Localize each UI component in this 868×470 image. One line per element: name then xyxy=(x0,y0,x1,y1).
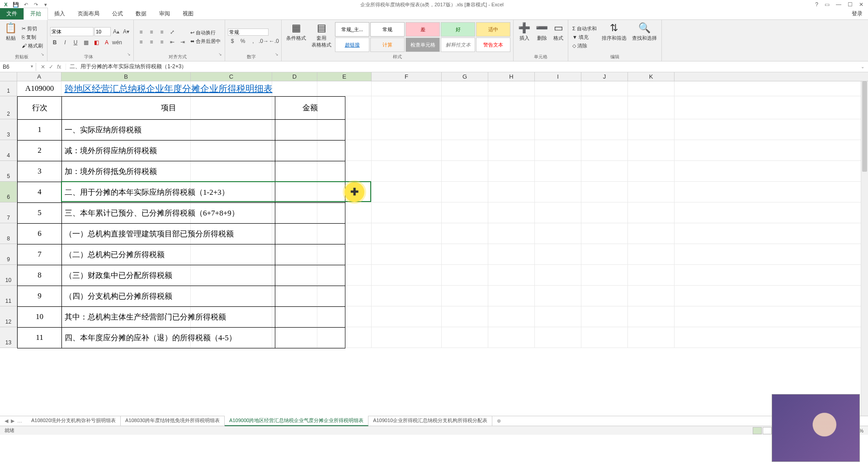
insert-cells-button[interactable]: ➕插入 xyxy=(516,21,532,53)
phonetic-icon[interactable]: wén xyxy=(113,38,122,47)
col-header-A[interactable]: A xyxy=(17,72,61,81)
style-好[interactable]: 好 xyxy=(441,22,475,37)
font-name-select[interactable] xyxy=(50,27,94,36)
format-as-table-button[interactable]: ▤套用 表格格式 xyxy=(310,21,333,53)
help-icon[interactable]: ? xyxy=(815,1,818,8)
delete-cells-button[interactable]: ➖删除 xyxy=(534,21,550,53)
cancel-formula-icon[interactable]: ✕ xyxy=(41,64,45,70)
increase-decimal-icon[interactable]: .0→ xyxy=(259,37,268,46)
col-header-J[interactable]: J xyxy=(581,72,628,81)
underline-icon[interactable]: U xyxy=(71,38,80,47)
sheet-tab[interactable]: A108020境外分支机构弥补亏损明细表 xyxy=(27,416,121,426)
comma-icon[interactable]: , xyxy=(249,37,258,46)
row-header-8[interactable]: 8 xyxy=(0,223,17,244)
fill-button[interactable]: ▼填充 xyxy=(571,33,598,41)
new-sheet-button[interactable]: ⊕ xyxy=(492,418,505,424)
find-select-button[interactable]: 🔍查找和选择 xyxy=(630,21,659,53)
normal-view-button[interactable] xyxy=(753,427,762,434)
row-header-5[interactable]: 5 xyxy=(0,161,17,182)
tab-insert[interactable]: 插入 xyxy=(48,8,71,19)
login-button[interactable]: 登录 xyxy=(846,8,868,19)
row-amount[interactable] xyxy=(275,119,345,140)
paste-button[interactable]: 📋 粘贴 xyxy=(3,21,19,53)
sheet-nav-next-icon[interactable]: ▶ xyxy=(11,418,14,424)
maximize-icon[interactable]: ☐ xyxy=(848,1,853,8)
fill-color-icon[interactable]: ◧ xyxy=(92,38,101,47)
style-检查单元格[interactable]: 检查单元格 xyxy=(406,38,440,52)
style-计算[interactable]: 计算 xyxy=(370,38,405,52)
col-header-D[interactable]: D xyxy=(272,72,317,81)
col-header-I[interactable]: I xyxy=(535,72,581,81)
row-item[interactable]: （三）财政集中已分配所得税额 xyxy=(62,265,275,286)
tab-data[interactable]: 数据 xyxy=(129,8,153,19)
sort-filter-button[interactable]: ⇅排序和筛选 xyxy=(600,21,628,53)
font-launcher-icon[interactable]: ↘ xyxy=(127,52,131,56)
col-header-H[interactable]: H xyxy=(488,72,535,81)
style-解释性文本[interactable]: 解释性文本 xyxy=(441,38,475,52)
font-color-icon[interactable]: A xyxy=(102,38,111,47)
indent-inc-icon[interactable]: ⇥ xyxy=(178,38,187,47)
row-header-11[interactable]: 11 xyxy=(0,286,17,306)
style-差[interactable]: 差 xyxy=(406,22,440,37)
format-cells-button[interactable]: ▭格式 xyxy=(552,21,565,53)
row-header-13[interactable]: 13 xyxy=(0,327,17,348)
row-item[interactable]: 四、本年度应分摊的应补（退）的所得税额（4-5） xyxy=(62,327,275,348)
undo-icon[interactable]: ↶ xyxy=(23,1,29,8)
row-item[interactable]: （二）总机构已分摊所得税额 xyxy=(62,244,275,265)
sheet-tab[interactable]: A109010企业所得税汇总纳税分支机构所得税分配表 xyxy=(368,416,492,426)
row-amount[interactable] xyxy=(275,244,345,265)
style-常规_主...[interactable]: 常规_主... xyxy=(335,22,369,37)
col-header-G[interactable]: G xyxy=(442,72,488,81)
align-right-icon[interactable]: ≡ xyxy=(157,38,166,47)
orientation-icon[interactable]: ⤢ xyxy=(168,28,177,37)
number-launcher-icon[interactable]: ↘ xyxy=(275,52,278,56)
align-left-icon[interactable]: ≡ xyxy=(137,38,146,47)
clear-button[interactable]: ◇清除 xyxy=(571,42,598,50)
decrease-font-icon[interactable]: A▾ xyxy=(122,27,131,36)
row-header-1[interactable]: 1 xyxy=(0,81,17,96)
fx-icon[interactable]: fx xyxy=(57,64,61,70)
row-item[interactable]: 加：境外所得抵免所得税额 xyxy=(62,161,275,182)
style-超链接[interactable]: 超链接 xyxy=(335,38,369,52)
page-layout-view-button[interactable] xyxy=(763,427,772,434)
row-header-7[interactable]: 7 xyxy=(0,202,17,223)
row-header-4[interactable]: 4 xyxy=(0,140,17,161)
row-item[interactable]: （四）分支机构已分摊所得税额 xyxy=(62,286,275,306)
row-amount[interactable] xyxy=(275,140,345,161)
row-item[interactable]: 其中：总机构主体生产经营部门已分摊所得税额 xyxy=(62,306,275,327)
sheet-tab[interactable]: A108030跨年度结转抵免境外所得税明细表 xyxy=(121,416,225,426)
row-header-12[interactable]: 12 xyxy=(0,306,17,327)
formula-input[interactable]: 二、用于分摊的本年实际应纳所得税额（1-2+3） xyxy=(66,62,857,71)
currency-icon[interactable]: $ xyxy=(228,37,237,46)
ribbon-options-icon[interactable]: ▭ xyxy=(825,1,830,8)
name-box[interactable]: B6▾ xyxy=(0,63,36,71)
form-title[interactable]: 跨地区经营汇总纳税企业年度分摊企业所得税明细表 xyxy=(62,81,275,96)
italic-icon[interactable]: I xyxy=(61,38,70,47)
row-item[interactable]: 二、用于分摊的本年实际应纳所得税额（1-2+3） xyxy=(62,182,275,202)
row-header-6[interactable]: 6 xyxy=(0,182,17,202)
align-center-icon[interactable]: ≡ xyxy=(147,38,156,47)
copy-button[interactable]: ⎘复制 xyxy=(20,33,44,41)
tab-layout[interactable]: 页面布局 xyxy=(71,8,106,19)
decrease-decimal-icon[interactable]: ←.0 xyxy=(269,37,278,46)
row-amount[interactable] xyxy=(275,327,345,348)
row-amount[interactable] xyxy=(275,202,345,223)
number-format-select[interactable] xyxy=(228,28,269,36)
increase-font-icon[interactable]: A▴ xyxy=(112,27,121,36)
align-bottom-icon[interactable]: ≡ xyxy=(157,28,166,37)
format-painter-button[interactable]: 🖌格式刷 xyxy=(20,42,44,50)
tab-file[interactable]: 文件 xyxy=(0,8,24,19)
name-box-dropdown-icon[interactable]: ▾ xyxy=(31,64,33,70)
tab-view[interactable]: 视图 xyxy=(176,8,200,19)
spreadsheet-grid[interactable]: ABCDEFGHIJK 12345678910111213 A109000跨地区… xyxy=(0,72,868,416)
row-header-9[interactable]: 9 xyxy=(0,244,17,265)
tab-home[interactable]: 开始 xyxy=(24,8,48,20)
redo-icon[interactable]: ↷ xyxy=(33,1,39,8)
style-gallery[interactable]: 常规_主...常规差好适中超链接计算检查单元格解释性文本警告文本 xyxy=(335,21,510,53)
align-launcher-icon[interactable]: ↘ xyxy=(218,52,222,56)
select-all-corner[interactable] xyxy=(0,72,17,81)
sheet-tab[interactable]: A109000跨地区经营汇总纳税企业气度分摊企业所得税明细表 xyxy=(225,416,368,426)
save-icon[interactable]: 💾 xyxy=(13,1,19,8)
tab-formulas[interactable]: 公式 xyxy=(106,8,129,19)
qat-dropdown-icon[interactable]: ▾ xyxy=(42,1,49,8)
